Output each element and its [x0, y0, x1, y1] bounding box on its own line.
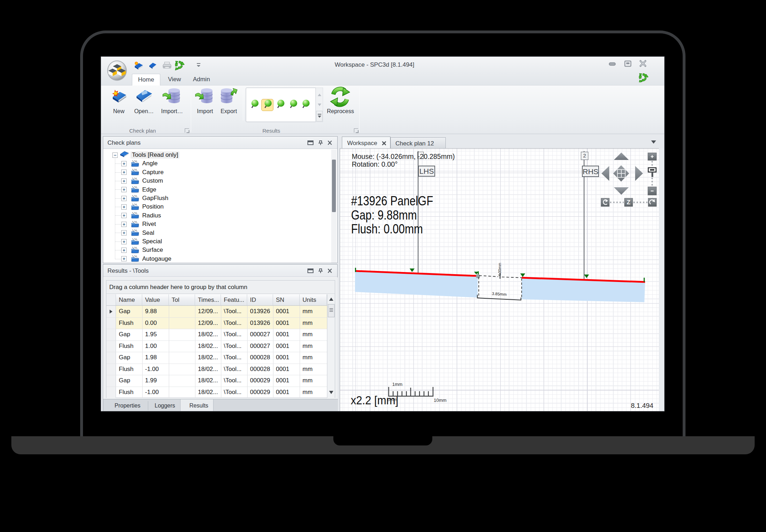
svg-text:Z: Z	[627, 199, 630, 206]
